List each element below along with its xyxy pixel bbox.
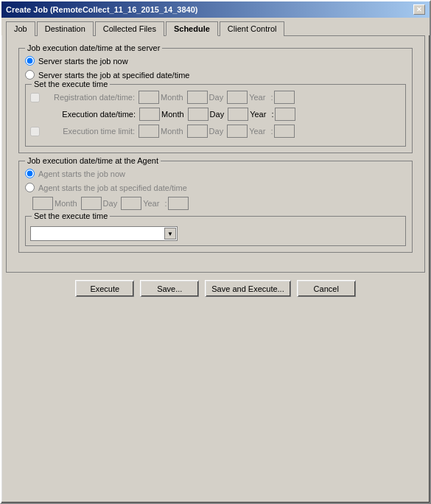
- close-button[interactable]: ✕: [413, 4, 425, 15]
- agent-group: Job execution date/time at the Agent Age…: [18, 161, 413, 253]
- bottom-bar: Execute Save... Save and Execute... Canc…: [1, 273, 430, 303]
- tab-client-control[interactable]: Client Control: [220, 21, 285, 36]
- execution-month-group: Month: [139, 108, 186, 121]
- agent-day-group: Day: [81, 197, 119, 210]
- registration-row: Registration date/time: Month Day Year: [30, 91, 401, 104]
- agent-radio-specified[interactable]: [25, 183, 35, 192]
- agent-day-input[interactable]: [81, 197, 102, 210]
- schedule-content: Job execution date/time at the server Se…: [14, 43, 417, 265]
- server-radio-specified[interactable]: [25, 70, 35, 80]
- registration-hour-input[interactable]: [274, 91, 295, 104]
- agent-execute-dropdown[interactable]: [30, 226, 178, 241]
- agent-execute-set-group: Set the execute time ▼: [25, 216, 406, 246]
- agent-datetime-row: Month Day Year :: [32, 197, 406, 210]
- registration-year-label: Year: [249, 93, 265, 102]
- time-limit-month-group: Month: [139, 125, 185, 138]
- agent-year-label: Year: [143, 199, 159, 208]
- agent-execute-time-title: Set the execute time: [32, 211, 110, 220]
- server-radio-specified-label: Server starts the job at specified date/…: [38, 71, 189, 80]
- agent-radio-row-1: Agent starts the job now: [25, 169, 406, 178]
- save-execute-button[interactable]: Save and Execute...: [205, 280, 290, 297]
- execute-button[interactable]: Execute: [75, 280, 134, 297]
- registration-month-label: Month: [161, 93, 183, 102]
- execution-month-label: Month: [161, 110, 184, 119]
- agent-year-input[interactable]: [121, 197, 141, 210]
- time-limit-day-group: Day: [187, 125, 225, 138]
- execution-year-label: Year: [250, 110, 266, 119]
- server-group: Job execution date/time at the server Se…: [18, 48, 413, 153]
- server-radio-now[interactable]: [25, 56, 35, 66]
- registration-year-group: Year: [227, 91, 267, 104]
- registration-checkbox[interactable]: [30, 93, 40, 102]
- tab-content: Job execution date/time at the server Se…: [6, 35, 425, 273]
- time-limit-year-input[interactable]: [227, 125, 248, 138]
- agent-radio-specified-label: Agent starts the job at specified date/t…: [38, 183, 187, 192]
- execution-hour-input[interactable]: [275, 108, 295, 121]
- main-window: Create Job (RemoteCollect_11_16_2015_14_…: [0, 0, 431, 504]
- server-group-title: Job execution date/time at the server: [25, 43, 162, 52]
- time-limit-year-label: Year: [249, 127, 265, 136]
- agent-year-group: Year: [121, 197, 161, 210]
- agent-group-title: Job execution date/time at the Agent: [25, 156, 161, 165]
- window-title: Create Job (RemoteCollect_11_16_2015_14_…: [6, 5, 198, 14]
- execution-day-input[interactable]: [188, 108, 209, 121]
- time-limit-day-label: Day: [209, 127, 224, 136]
- agent-month-input[interactable]: [32, 197, 53, 210]
- time-limit-row: Execution time limit: Month Day Year: [30, 125, 401, 138]
- tab-job[interactable]: Job: [6, 21, 35, 36]
- agent-dropdown-wrapper: ▼: [30, 226, 178, 241]
- tab-collected-files[interactable]: Collected Files: [95, 21, 164, 36]
- time-limit-colon: :: [270, 127, 273, 136]
- cancel-button[interactable]: Cancel: [297, 280, 356, 297]
- time-limit-month-label: Month: [161, 127, 183, 136]
- agent-month-group: Month: [32, 197, 79, 210]
- tab-schedule[interactable]: Schedule: [166, 21, 218, 36]
- server-execute-time-title: Set the execute time: [32, 80, 110, 88]
- agent-radio-row-2: Agent starts the job at specified date/t…: [25, 183, 406, 192]
- execution-colon: :: [271, 110, 273, 119]
- tab-bar: Job Destination Collected Files Schedule…: [1, 18, 430, 35]
- registration-label: Registration date/time:: [43, 93, 139, 102]
- execution-year-group: Year: [228, 108, 267, 121]
- save-button[interactable]: Save...: [140, 280, 199, 297]
- agent-day-label: Day: [103, 199, 118, 208]
- time-limit-day-input[interactable]: [187, 125, 208, 138]
- time-limit-hour-input[interactable]: [274, 125, 295, 138]
- registration-year-input[interactable]: [227, 91, 248, 104]
- registration-month-group: Month: [139, 91, 185, 104]
- agent-dropdown-row: ▼: [30, 226, 401, 241]
- agent-hour-input[interactable]: [168, 197, 189, 210]
- time-limit-checkbox[interactable]: [30, 127, 40, 136]
- execution-row: Execution date/time: Month Day Year: [30, 108, 401, 121]
- agent-radio-now[interactable]: [25, 169, 35, 178]
- execution-month-input[interactable]: [139, 108, 160, 121]
- server-radio-now-label: Server starts the job now: [38, 57, 128, 66]
- time-limit-label: Execution time limit:: [43, 127, 139, 136]
- registration-colon: :: [270, 93, 273, 102]
- registration-day-group: Day: [187, 91, 225, 104]
- execution-label: Execution date/time:: [43, 110, 139, 119]
- time-limit-year-group: Year: [227, 125, 267, 138]
- server-radio-row-2: Server starts the job at specified date/…: [25, 70, 406, 80]
- execution-day-group: Day: [188, 108, 226, 121]
- agent-radio-now-label: Agent starts the job now: [38, 169, 125, 178]
- server-radio-row-1: Server starts the job now: [25, 56, 406, 66]
- tab-destination[interactable]: Destination: [37, 21, 94, 36]
- time-limit-month-input[interactable]: [139, 125, 159, 138]
- execution-year-input[interactable]: [228, 108, 248, 121]
- registration-day-input[interactable]: [187, 91, 208, 104]
- execution-day-label: Day: [210, 110, 225, 119]
- agent-month-label: Month: [55, 199, 77, 208]
- title-bar: Create Job (RemoteCollect_11_16_2015_14_…: [1, 1, 430, 18]
- server-execute-time-group: Set the execute time Registration date/t…: [25, 84, 406, 147]
- agent-colon: :: [164, 199, 167, 208]
- registration-month-input[interactable]: [139, 91, 159, 104]
- registration-day-label: Day: [209, 93, 224, 102]
